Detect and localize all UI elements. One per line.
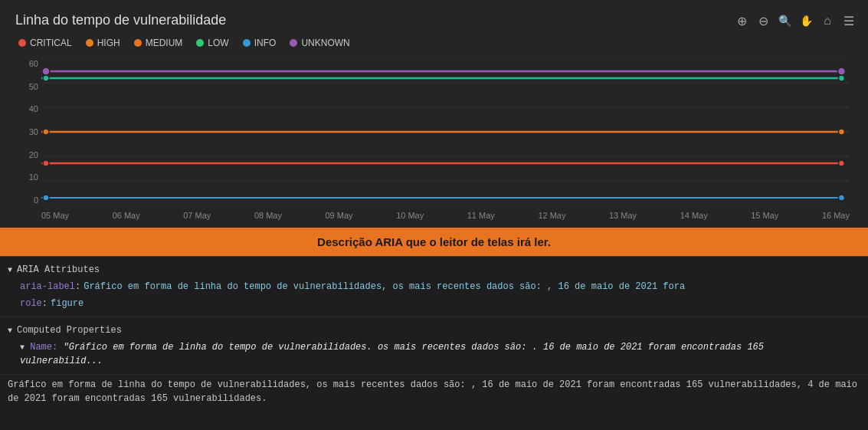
x-axis-label: 16 May (822, 211, 850, 220)
pan-icon[interactable]: ✋ (798, 12, 814, 29)
legend-label-low: LOW (208, 38, 228, 48)
computed-section-header[interactable]: ▼ Computed Properties (8, 322, 860, 339)
blue-start-dot (43, 195, 49, 201)
aria-section-label: ARIA Attributes (17, 264, 100, 275)
red-start-dot (43, 160, 49, 166)
computed-properties-section: ▼ Computed Properties ▼ Name: "Gráfico e… (0, 317, 868, 375)
legend-item-critical: CRITICAL (18, 38, 72, 48)
legend-label-medium: MEDIUM (146, 38, 183, 48)
red-end-dot (838, 160, 844, 166)
legend-label-info: INFO (254, 38, 277, 48)
legend-dot-critical (18, 39, 26, 47)
y-axis: 60 50 40 30 20 10 0 (9, 59, 38, 205)
magnify-icon[interactable]: 🔍 (776, 12, 793, 29)
x-axis-label: 07 May (183, 211, 211, 220)
aria-label-row: aria-label : Gráfico em forma de linha d… (8, 278, 860, 295)
devtools-panel: ▼ ARIA Attributes aria-label : Gráfico e… (0, 256, 868, 410)
chart-container: Linha do tempo de vulnerabilidade CRITIC… (0, 0, 868, 228)
computed-name-row: ▼ Name: "Gráfico em forma de linha do te… (8, 339, 860, 369)
legend-dot-unknown (290, 39, 297, 47)
aria-section-header[interactable]: ▼ ARIA Attributes (8, 261, 860, 278)
x-axis-label: 12 May (538, 211, 565, 220)
computed-name-triangle: ▼ (20, 342, 25, 353)
bottom-description-text: Gráfico em forma de linha do tempo de vu… (0, 375, 868, 410)
computed-prop-value: "Gráfico em forma de linha do tempo de v… (20, 342, 764, 366)
chart-legend: CRITICAL HIGH MEDIUM LOW INFO UNKNOWN (8, 38, 860, 48)
aria-label-value: Gráfico em forma de linha do tempo de vu… (84, 280, 685, 294)
legend-dot-medium (134, 39, 142, 47)
x-axis-label: 05 May (41, 211, 69, 220)
purple-end-dot (837, 67, 845, 75)
legend-label-unknown: UNKNOWN (301, 38, 349, 48)
x-axis-label: 15 May (751, 211, 778, 220)
legend-dot-high (86, 39, 93, 47)
chart-svg (41, 59, 850, 205)
x-axis-label: 09 May (326, 211, 353, 220)
home-icon[interactable]: ⌂ (819, 12, 836, 29)
computed-prop-name: Name: (30, 342, 63, 353)
orange-end-dot (838, 129, 844, 135)
computed-section-label: Computed Properties (17, 325, 122, 336)
aria-attributes-section: ▼ ARIA Attributes aria-label : Gráfico e… (0, 257, 868, 317)
x-axis-label: 10 May (396, 211, 424, 220)
legend-item-medium: MEDIUM (134, 38, 183, 48)
teal-start-dot (43, 75, 49, 81)
orange-start-dot (43, 129, 49, 135)
aria-triangle-icon: ▼ (8, 266, 12, 274)
role-attr-name: role (20, 297, 42, 310)
teal-end-dot (838, 75, 844, 81)
legend-item-high: HIGH (86, 38, 120, 48)
x-axis-label: 08 May (254, 211, 282, 220)
role-attr-value: figure (51, 297, 84, 310)
blue-end-dot (838, 195, 844, 201)
legend-label-critical: CRITICAL (30, 38, 72, 48)
x-axis-label: 14 May (680, 211, 708, 220)
x-axis: 05 May06 May07 May08 May09 May10 May11 M… (41, 211, 850, 220)
chart-toolbar: ⊕ ⊖ 🔍 ✋ ⌂ ☰ (733, 12, 857, 29)
purple-start-dot (42, 67, 50, 75)
computed-triangle-icon: ▼ (8, 327, 12, 335)
legend-label-high: HIGH (97, 38, 120, 48)
legend-item-info: INFO (243, 38, 277, 48)
role-row: role : figure (8, 295, 860, 312)
menu-icon[interactable]: ☰ (840, 12, 857, 29)
aria-description-bar: Descrição ARIA que o leitor de telas irá… (0, 228, 868, 256)
aria-label-name: aria-label (20, 280, 75, 294)
zoom-in-icon[interactable]: ⊕ (733, 12, 750, 29)
x-axis-label: 06 May (113, 211, 140, 220)
zoom-out-icon[interactable]: ⊖ (755, 12, 771, 29)
legend-dot-info (243, 39, 251, 47)
legend-item-unknown: UNKNOWN (290, 38, 349, 48)
legend-item-low: LOW (196, 38, 228, 48)
x-axis-label: 11 May (467, 211, 495, 220)
legend-dot-low (196, 39, 204, 47)
x-axis-label: 13 May (609, 211, 637, 220)
